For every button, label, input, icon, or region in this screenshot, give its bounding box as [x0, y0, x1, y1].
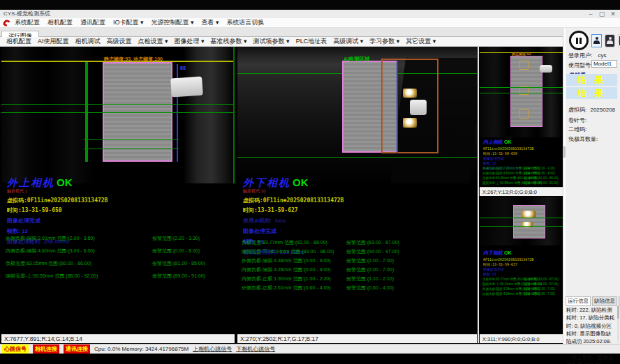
frame-count-line: 帧数: 13 — [483, 161, 533, 165]
barcode-line: 虚拟码:0F11ine2025020813313472B — [7, 197, 108, 204]
measure-line-4 — [84, 149, 179, 149]
measurement-value: 外侧负极-隔膜:2.91mm 范围:(2.00 - 3.50) — [6, 236, 95, 241]
log-scrollbar-thumb[interactable] — [617, 306, 619, 319]
exit-arrow-icon: → — [617, 38, 620, 44]
panel-scrollbar-thumb[interactable] — [563, 146, 566, 158]
tab-defect-info[interactable]: 缺陷信息 — [592, 296, 617, 306]
overlay-text-block: 内上相机OK 0F11ine2025020813313472B 时间:13-31… — [483, 139, 533, 170]
control-panel: → 登录用户: cys 使用型号: Model1 总结果: 结 果 结 果 虚拟… — [563, 28, 620, 344]
alarm-range: 报警范围:(89.00 - 91.00) — [524, 181, 559, 185]
maximize-button[interactable]: ▢ — [596, 10, 607, 18]
camera-image-outer-lower[interactable]: AI检测区域 — [237, 47, 477, 183]
measurement-row: 负极宽度:83.77mm 范围:(82.00 - 88.00) 报警范围:(83… — [242, 239, 475, 248]
menu-item[interactable]: 系统语言切换 — [227, 18, 265, 27]
process-done-line: 图像处理完成 — [483, 267, 533, 271]
alarm-range: 报警范围:(81.00 - 85.00) — [524, 176, 559, 180]
alarm-range: 报警范围:(2.20 - 3.30) — [152, 235, 200, 242]
toolbar-item[interactable]: AI使用配置 — [38, 37, 69, 46]
measurement-row: 外侧负极-隔膜:2.91mm 范围:(2.00 - 3.50) 报警范围:(2.… — [482, 167, 563, 172]
qr-code-label: 二维码: — [568, 126, 586, 133]
camera-image-outer-upper[interactable]: 静态阈值:93, 动态阈值:100 88 — [1, 47, 235, 183]
screen-top-strip — [0, 0, 620, 10]
menu-item[interactable]: 相机配置 — [47, 18, 73, 27]
toolbar-item[interactable]: 基准线参数 ▾ — [211, 37, 247, 46]
alarm-range: 报警范围:(94.00 - 97.00) — [524, 282, 559, 286]
measure-line-1 — [1, 104, 235, 105]
toolbar-item[interactable]: 学习参数 ▾ — [369, 37, 399, 46]
menu-item[interactable]: 系统配置 — [15, 18, 40, 27]
measurement-value: 内侧负极-隔膜:4.28mm 范围:(0.00 - 9.00) — [242, 267, 331, 272]
model-select[interactable]: Model1 — [591, 60, 617, 68]
lower-camera-heartbeat-link[interactable]: 下相机心跳信号 — [236, 345, 275, 353]
process-done-line: 图像处理完成 — [483, 156, 533, 160]
toolbar-item[interactable]: 相机调试 — [75, 37, 101, 46]
menubar: 系统配置相机配置通讯配置IO卡配置 ▾光源控制配置 ▾查看 ▾系统语言切换 — [0, 18, 620, 28]
heartbeat-badge: 心跳信号 — [2, 344, 29, 354]
tape-tab-region — [170, 76, 203, 97]
menu-item[interactable]: IO卡配置 ▾ — [113, 18, 144, 27]
camera-name: 外上相机 — [7, 176, 54, 188]
measurement-rows: 外侧负极-隔膜:2.91mm 范围:(2.00 - 3.50) 报警范围:(2.… — [6, 235, 233, 285]
menu-item[interactable]: 查看 ▾ — [202, 18, 219, 27]
comm-connection-badge: 通讯连接 — [64, 344, 90, 354]
barcode-line: 虚拟码:0F11ine2025020813313472B — [243, 197, 344, 204]
frame-count-line: 帧数: 13 — [7, 227, 108, 235]
measurement-row: 隔膜宽度-下:95.24mm 范围:(93.00 - 98.00) 报警范围:(… — [242, 248, 475, 257]
pause-button[interactable] — [569, 31, 589, 50]
camera-name: 内上相机 — [483, 139, 503, 144]
result-display-top: 结 果 — [566, 74, 617, 86]
measurement-value: 内侧负极-隔膜:4.60mm 范围:(3.00 - 6.00) — [6, 248, 95, 253]
alarm-range: 报警范围:(0.60 - 4.00) — [346, 285, 394, 291]
toolbar-item[interactable]: 测试项参数 ▾ — [253, 37, 290, 46]
minimize-button[interactable]: – — [585, 10, 596, 18]
alarm-range: 报警范围:(2.00 - 7.00) — [524, 292, 555, 296]
panel-toolbar: → — [569, 31, 620, 50]
user-button-active[interactable] — [591, 34, 602, 47]
app-window: CYS-视觉检测系统 – ▢ ✕ 系统配置相机配置通讯配置IO卡配置 ▾光源控制… — [0, 0, 620, 364]
pause-icon — [580, 38, 582, 44]
alarm-range: 报警范围:(2.20 - 3.30) — [524, 167, 555, 170]
tape-tab-region — [410, 100, 427, 115]
measure-line-2 — [480, 93, 563, 93]
pause-icon — [576, 38, 578, 44]
time-line: 时间:13-31-59-650 — [7, 206, 108, 214]
tab-glint-2 — [403, 118, 417, 128]
info-tabs: 运行信息 缺陷信息 调试信息 — [566, 296, 620, 306]
upper-camera-heartbeat-link[interactable]: 上相机心跳信号 — [193, 345, 232, 353]
result-ok: OK — [57, 176, 73, 188]
toolbar-item[interactable]: 高级设置 — [107, 37, 132, 46]
alarm-range: 报警范围:(2.00 - 7.00) — [346, 257, 394, 264]
alarm-range: 报警范围:(2.00 - 7.00) — [346, 266, 394, 273]
titlebar: CYS-视觉检测系统 — [0, 10, 620, 18]
menu-item[interactable]: 通讯配置 — [80, 18, 105, 27]
frame-count-line: 帧数: 13 — [483, 272, 533, 276]
tab-box-3 — [519, 109, 529, 119]
measurement-value: 负极宽度:83.05mm 范围:(80.00 - 86.00) — [6, 261, 91, 266]
toolbar-item[interactable]: 点检设置 ▾ — [138, 37, 168, 46]
measurement-row: 内侧负极-隔膜:4.28mm 范围:(0.00 - 9.00) 报警范围:(2.… — [242, 266, 475, 275]
measurement-value: 隔膜宽度-下:95.24mm 范围:(93.00 - 98.00) — [242, 249, 334, 254]
measurement-row: 隔膜宽度-下:95.24mm 范围:(93.00 - 98.00) 报警范围:(… — [482, 282, 563, 287]
window-title: CYS-视觉检测系统 — [3, 10, 50, 17]
measurement-row: 负极宽度:83.05mm 范围:(80.00 - 86.00) 报警范围:(81… — [6, 260, 233, 273]
camera-image-inner-upper[interactable]: 静态阈值:93 — [480, 47, 563, 137]
close-button[interactable]: ✕ — [607, 10, 619, 18]
user-icon — [607, 37, 613, 44]
toolbar-item[interactable]: 相机配置 — [6, 37, 31, 46]
user-button-dark[interactable] — [605, 34, 615, 47]
camera-image-inner-lower[interactable] — [480, 197, 563, 245]
measurement-value: 负极宽度:83.77mm 范围:(82.00 - 88.00) — [242, 240, 327, 245]
camera-view-outer-upper: 静态阈值:93, 动态阈值:100 88 外上相机OK 触发模式:1 虚拟码:0… — [1, 47, 235, 343]
measurement-row: 隔膜宽度-上:90.56mm 范围:(88.00 - 92.00) 报警范围:(… — [482, 181, 563, 186]
user-icon — [593, 37, 600, 44]
tab-run-info[interactable]: 运行信息 — [566, 296, 591, 306]
alarm-range: 报警范围:(89.00 - 91.00) — [152, 273, 205, 280]
measurement-row: 隔膜宽度-上:90.56mm 范围:(88.00 - 92.00) 报警范围:(… — [6, 273, 233, 285]
toolbar: 相机配置AI使用配置相机调试高级设置点检设置 ▾图像处理 ▾基准线参数 ▾测试项… — [0, 37, 563, 47]
toolbar-item[interactable]: 高级调试 ▾ — [333, 37, 363, 46]
toolbar-item[interactable]: 其它设置 ▾ — [406, 37, 436, 46]
toolbar-item[interactable]: PLC地址表 — [296, 37, 327, 46]
menu-item[interactable]: 光源控制配置 ▾ — [152, 18, 194, 27]
toolbar-item[interactable]: 图像处理 ▾ — [175, 37, 205, 46]
time-line: 时间:13-31-59-650 — [483, 151, 533, 156]
